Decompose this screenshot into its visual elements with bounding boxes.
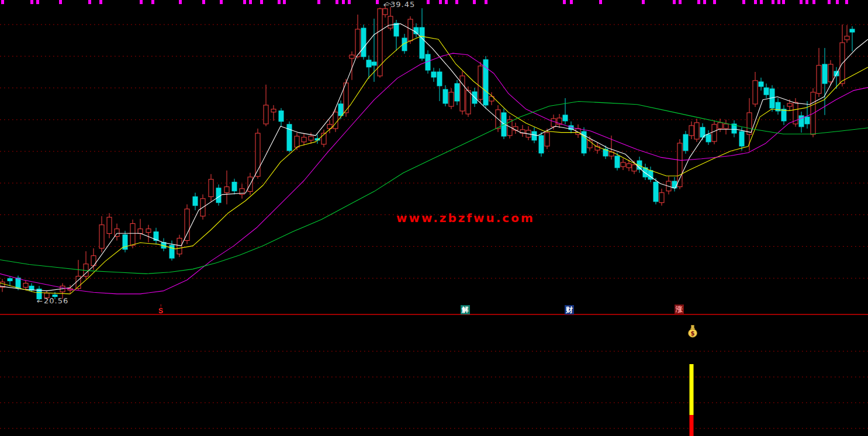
jie-signal-char: 解	[461, 305, 470, 314]
watermark-text: www.zbzfwu.com	[396, 211, 535, 225]
high-price-value: 39.45	[390, 0, 415, 9]
svg-text:$: $	[691, 330, 695, 337]
cai-signal-marker: 财	[565, 305, 574, 314]
sell-signal-marker: ↑S	[158, 304, 163, 314]
jie-signal-marker: 解	[461, 305, 470, 314]
zhang-signal-marker: 涨	[675, 304, 684, 314]
money-bag-icon: $	[687, 325, 698, 340]
left-arrow-icon: ←	[37, 297, 43, 305]
cai-signal-char: 财	[565, 305, 574, 314]
sell-signal-letter: S	[158, 307, 163, 314]
left-arrow-icon: ←	[383, 1, 390, 9]
low-price-value: 20.56	[44, 296, 68, 305]
high-price-label: ←39.45	[383, 0, 415, 9]
low-price-label: ←20.56	[37, 296, 68, 305]
stock-chart-screen: ←39.45 ←20.56 www.zbzfwu.com ↑S 解 财 涨 $	[0, 0, 868, 436]
zhang-signal-char: 涨	[675, 304, 684, 314]
